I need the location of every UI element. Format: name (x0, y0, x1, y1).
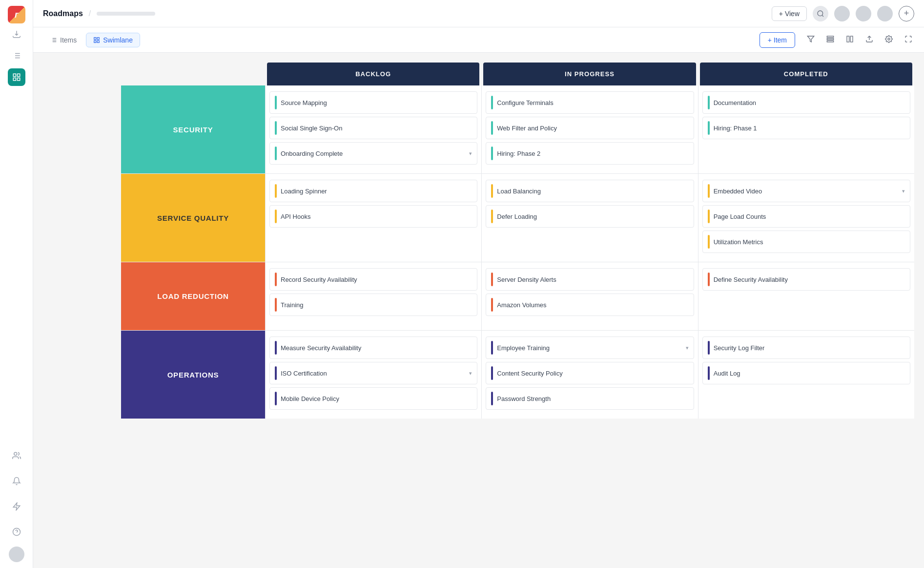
swimlane-operations: OPERATIONS Measure Security Availability… (121, 331, 914, 419)
card-dot (491, 392, 493, 405)
card-audit-log[interactable]: Audit Log (702, 362, 910, 384)
card-measure-security[interactable]: Measure Security Availability (269, 337, 477, 359)
card-dot (708, 366, 710, 380)
card-dot (708, 235, 710, 249)
card-configure-terminals[interactable]: Configure Terminals (486, 91, 694, 114)
card-loading-spinner[interactable]: Loading Spinner (269, 180, 477, 202)
svg-point-10 (14, 452, 17, 455)
card-onboarding-complete[interactable]: Onboarding Complete ▾ (269, 142, 477, 165)
sidebar-icon-bell[interactable] (8, 472, 25, 490)
card-dot (491, 184, 493, 198)
card-employee-training[interactable]: Employee Training ▾ (486, 337, 694, 359)
card-web-filter[interactable]: Web Filter and Policy (486, 117, 694, 139)
card-dot (708, 121, 710, 135)
security-completed: Documentation Hiring: Phase 1 (698, 85, 914, 173)
export-icon[interactable] (863, 33, 875, 47)
card-api-hooks[interactable]: API Hooks (269, 205, 477, 228)
sidebar-icon-flash[interactable] (8, 498, 25, 515)
swimlane-security: SECURITY Source Mapping Social Single Si… (121, 85, 914, 174)
add-item-button[interactable]: + Item (760, 32, 795, 48)
tab-swimlane[interactable]: Swimlane (86, 33, 140, 47)
card-source-mapping[interactable]: Source Mapping (269, 91, 477, 114)
security-in-progress: Configure Terminals Web Filter and Polic… (481, 85, 698, 173)
card-embedded-video[interactable]: Embedded Video ▾ (702, 180, 910, 202)
page-title: Roadmaps (43, 9, 83, 18)
user-avatar-2[interactable] (856, 6, 871, 21)
load-reduction-in-progress: Server Density Alerts Amazon Volumes (481, 262, 698, 330)
card-page-load-counts[interactable]: Page Load Counts (702, 205, 910, 228)
swimlane-service-quality: SERVICE QUALITY Loading Spinner API Hook… (121, 174, 914, 262)
service-quality-backlog: Loading Spinner API Hooks (265, 174, 481, 262)
svg-rect-25 (97, 41, 99, 42)
add-user-button[interactable]: + (899, 6, 914, 21)
filter-icon[interactable] (805, 33, 817, 47)
card-dot (708, 210, 710, 223)
settings-icon[interactable] (883, 33, 895, 47)
sidebar-icon-download[interactable] (8, 25, 25, 43)
card-dot (708, 273, 710, 286)
card-dot (491, 341, 493, 355)
board-container: BACKLOG IN PROGRESS COMPLETED SECURITY S… (121, 63, 914, 419)
topbar-actions: + (813, 6, 914, 21)
card-iso-certification[interactable]: ISO Certification ▾ (269, 362, 477, 384)
card-mobile-device-policy[interactable]: Mobile Device Policy (269, 387, 477, 410)
svg-rect-8 (13, 78, 16, 81)
view-button[interactable]: + View (772, 6, 807, 21)
group-icon[interactable] (824, 33, 836, 47)
card-dot (275, 147, 277, 160)
toolbar-right-icons (805, 33, 914, 47)
topbar: Roadmaps / + View + (33, 0, 924, 27)
card-load-balancing[interactable]: Load Balancing (486, 180, 694, 202)
user-avatar-3[interactable] (877, 6, 893, 21)
user-avatar[interactable] (9, 547, 24, 562)
user-avatar-1[interactable] (834, 6, 850, 21)
sidebar-icon-contacts[interactable] (8, 447, 25, 464)
svg-rect-22 (94, 37, 96, 39)
card-social-sso[interactable]: Social Single Sign-On (269, 117, 477, 139)
col-header-in-progress: IN PROGRESS (483, 63, 696, 85)
search-button[interactable] (813, 6, 828, 21)
card-dot (491, 147, 493, 160)
card-dot (491, 121, 493, 135)
card-defer-loading[interactable]: Defer Loading (486, 205, 694, 228)
svg-rect-27 (827, 36, 833, 38)
fullscreen-icon[interactable] (903, 33, 914, 47)
svg-rect-28 (827, 38, 833, 40)
card-dot (275, 96, 277, 109)
tab-items[interactable]: Items (43, 33, 84, 47)
card-utilization-metrics[interactable]: Utilization Metrics (702, 231, 910, 253)
app-logo[interactable]: r (8, 6, 25, 23)
main-content: Roadmaps / + View + Items Swimlane + I (33, 0, 924, 568)
chevron-down-icon: ▾ (469, 370, 472, 377)
card-record-security[interactable]: Record Security Availability (269, 268, 477, 291)
card-password-strength[interactable]: Password Strength (486, 387, 694, 410)
card-define-security[interactable]: Define Security Availability (702, 268, 910, 291)
card-dot (275, 121, 277, 135)
sidebar-icon-help[interactable] (8, 523, 25, 541)
card-hiring-phase1[interactable]: Hiring: Phase 1 (702, 117, 910, 139)
card-hiring-phase2[interactable]: Hiring: Phase 2 (486, 142, 694, 165)
sidebar-icon-list[interactable] (8, 47, 25, 64)
svg-marker-11 (13, 503, 20, 510)
lane-label-operations: OPERATIONS (121, 331, 265, 419)
columns-icon[interactable] (844, 33, 856, 47)
card-content-security-policy[interactable]: Content Security Policy (486, 362, 694, 384)
svg-rect-31 (850, 36, 853, 42)
svg-rect-7 (17, 74, 20, 76)
card-server-density[interactable]: Server Density Alerts (486, 268, 694, 291)
card-security-log-filter[interactable]: Security Log Filter (702, 337, 910, 359)
col-header-backlog: BACKLOG (267, 63, 479, 85)
card-dot (275, 184, 277, 198)
card-dot (708, 341, 710, 355)
card-dot (491, 298, 493, 312)
svg-point-33 (888, 38, 890, 40)
card-amazon-volumes[interactable]: Amazon Volumes (486, 294, 694, 316)
svg-point-14 (818, 11, 823, 16)
svg-rect-24 (94, 41, 96, 42)
card-documentation[interactable]: Documentation (702, 91, 910, 114)
sidebar-icon-roadmap[interactable] (8, 68, 25, 86)
card-training[interactable]: Training (269, 294, 477, 316)
operations-backlog: Measure Security Availability ISO Certif… (265, 331, 481, 419)
column-headers: BACKLOG IN PROGRESS COMPLETED (121, 63, 914, 85)
lane-label-service-quality: SERVICE QUALITY (121, 174, 265, 262)
